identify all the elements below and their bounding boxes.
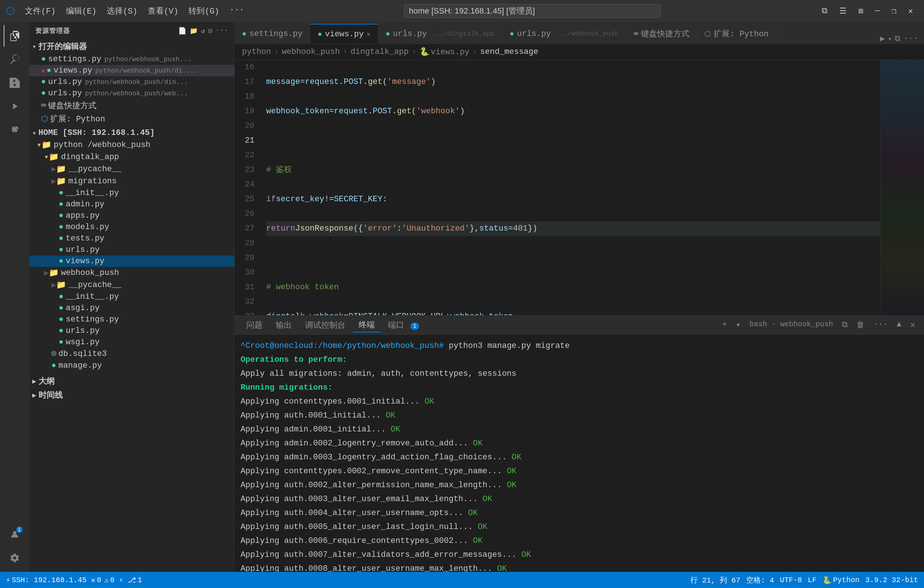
status-git[interactable]: ⎇ 1 xyxy=(128,576,142,585)
maximize-panel-icon[interactable]: ▲ xyxy=(894,319,904,331)
term-line-auth-0001: Applying auth.0001_initial... OK xyxy=(241,409,918,423)
activity-account[interactable]: 1 xyxy=(4,524,26,545)
open-editors-section[interactable]: ▾ 打开的编辑器 xyxy=(29,40,234,54)
activity-run[interactable] xyxy=(4,95,26,117)
more-icon[interactable]: ··· xyxy=(216,27,228,35)
spaces-label: 空格: 4 xyxy=(746,575,774,585)
tests-py-file[interactable]: ● tests.py xyxy=(29,233,234,244)
open-file-views[interactable]: ✕ ● views.py python/webhook_push/di... xyxy=(29,65,234,76)
breadcrumb-send-message[interactable]: send_message xyxy=(480,47,538,56)
urls-py-dingtalk-file[interactable]: ● urls.py xyxy=(29,244,234,255)
manage-py-file[interactable]: ● manage.py xyxy=(29,360,234,371)
open-file-urls-webhook[interactable]: ● urls.py python/webhook_push/web... xyxy=(29,87,234,99)
new-folder-icon[interactable]: 📁 xyxy=(190,27,198,35)
tab-ext-python[interactable]: ⬡ 扩展: Python xyxy=(697,24,776,44)
term-line-auth-0002: Applying auth.0002_alter_permission_name… xyxy=(241,478,918,492)
tab-urls-dingtalk[interactable]: ● urls.py .../dingtalk_app xyxy=(378,24,502,44)
status-spaces[interactable]: 空格: 4 xyxy=(746,575,774,585)
terminal-tab-terminal[interactable]: 终端 xyxy=(353,318,381,333)
init-py-file[interactable]: ● __init__.py xyxy=(29,187,234,199)
menu-file[interactable]: 文件(F) xyxy=(21,4,60,18)
sidebar-toggle-button[interactable]: ☰ xyxy=(834,5,852,18)
menu-select[interactable]: 选择(S) xyxy=(102,4,142,18)
status-remote[interactable]: ⚡ xyxy=(119,576,123,585)
apps-py-file[interactable]: ● apps.py xyxy=(29,210,234,221)
status-line-col[interactable]: 行 21, 列 67 xyxy=(690,575,740,585)
code-content[interactable]: message = request.POST.get('message') we… xyxy=(260,60,880,315)
migrations-folder[interactable]: ▶ 📁 migrations xyxy=(29,175,234,187)
breadcrumb-python[interactable]: python xyxy=(242,47,271,56)
wsgi-py-file[interactable]: ● wsgi.py xyxy=(29,336,234,348)
webhook-push-subfolder[interactable]: ▶ 📁 webhook_push xyxy=(29,267,234,279)
menu-more[interactable]: ··· xyxy=(225,4,249,18)
split-terminal-icon[interactable]: ⧉ xyxy=(839,319,851,331)
open-file-keyboard[interactable]: ⌨ 键盘快捷方式 xyxy=(29,99,234,112)
collapse-icon[interactable]: ⊟ xyxy=(208,27,213,35)
tab-views-close[interactable]: ✕ xyxy=(367,30,371,38)
tab-keyboard[interactable]: ⌨ 键盘快捷方式 xyxy=(626,24,697,44)
db-sqlite3-file[interactable]: ⌾ db.sqlite3 xyxy=(29,348,234,360)
views-py-file[interactable]: ● views.py xyxy=(29,255,234,267)
status-language[interactable]: 🐍 Python xyxy=(822,576,860,585)
new-file-icon[interactable]: 📄 xyxy=(178,27,186,35)
status-ssh[interactable]: ⚡ SSH: 192.168.1.45 xyxy=(6,576,87,585)
asgi-py-file[interactable]: ● asgi.py xyxy=(29,302,234,314)
status-line-ending[interactable]: LF xyxy=(808,576,817,584)
timeline-section[interactable]: ▶ 时间线 xyxy=(29,388,234,402)
dingtalk-app-folder[interactable]: ▾ 📁 dingtalk_app xyxy=(29,151,234,163)
breadcrumb-webhook-push[interactable]: webhook_push xyxy=(282,47,340,56)
activity-search[interactable] xyxy=(4,48,26,71)
activity-bar-bottom: 1 xyxy=(4,524,26,572)
activity-git[interactable] xyxy=(4,72,26,94)
home-section[interactable]: ▾ HOME [SSH: 192.168.1.45] xyxy=(29,127,234,139)
open-file-settings[interactable]: ● settings.py python/webhook_push... xyxy=(29,54,234,65)
urls-py-webhook-file[interactable]: ● urls.py xyxy=(29,325,234,336)
new-terminal-icon[interactable]: + xyxy=(719,319,730,331)
terminal-tab-debug[interactable]: 调试控制台 xyxy=(299,318,351,332)
init2-py-file[interactable]: ● __init__.py xyxy=(29,291,234,302)
tab-urls-webhook[interactable]: ● urls.py .../webhook_push xyxy=(502,24,626,44)
maximize-button[interactable]: ❐ xyxy=(887,5,902,18)
breadcrumb-views-py[interactable]: 🐍views.py xyxy=(419,47,470,57)
open-file-urls-dingtalk[interactable]: ● urls.py python/webhook_push/din... xyxy=(29,76,234,87)
layout-grid-button[interactable]: ⊞ xyxy=(853,5,868,18)
term-line-admin-0003: Applying admin.0003_logentry_add_action_… xyxy=(241,451,918,464)
layout-button[interactable]: ⧉ xyxy=(817,5,833,18)
outline-section[interactable]: ▶ 大纲 xyxy=(29,374,234,388)
menu-goto[interactable]: 转到(G) xyxy=(184,4,224,18)
open-file-ext-python[interactable]: ⬡ 扩展: Python xyxy=(29,112,234,125)
editor-more-icon[interactable]: ··· xyxy=(903,34,918,43)
tab-settings[interactable]: ● settings.py xyxy=(235,24,310,44)
close-modified-icon[interactable]: ✕ xyxy=(41,67,45,75)
pycache2-folder[interactable]: ▶ 📁 __pycache__ xyxy=(29,279,234,291)
menu-view[interactable]: 查看(V) xyxy=(144,4,183,18)
run-dropdown-icon[interactable]: ▾ xyxy=(888,35,892,43)
minimize-button[interactable]: — xyxy=(870,5,885,18)
terminal-tab-problems[interactable]: 问题 xyxy=(241,318,268,332)
terminal-more-icon[interactable]: ··· xyxy=(870,319,891,331)
kill-terminal-icon[interactable]: 🗑 xyxy=(854,319,868,331)
split-editor-icon[interactable]: ⧉ xyxy=(895,34,901,44)
terminal-tab-ports[interactable]: 端口 1 xyxy=(382,318,425,332)
close-panel-icon[interactable]: ✕ xyxy=(908,319,918,331)
terminal-dropdown-icon[interactable]: ▾ xyxy=(733,319,744,331)
menu-edit[interactable]: 编辑(E) xyxy=(62,4,101,18)
status-errors[interactable]: ✕ 0 ⚠ 0 xyxy=(91,576,114,585)
refresh-icon[interactable]: ↺ xyxy=(201,27,205,35)
activity-extensions[interactable] xyxy=(4,119,26,141)
activity-explorer[interactable] xyxy=(4,25,26,47)
close-button[interactable]: ✕ xyxy=(903,5,918,18)
terminal-tab-output[interactable]: 输出 xyxy=(270,318,298,332)
breadcrumb-dingtalk-app[interactable]: dingtalk_app xyxy=(351,47,408,56)
admin-py-file[interactable]: ● admin.py xyxy=(29,199,234,210)
activity-settings[interactable] xyxy=(4,547,26,569)
models-py-file[interactable]: ● models.py xyxy=(29,221,234,233)
python-webhook-push-folder[interactable]: ▾ 📁 python /webhook_push xyxy=(29,139,234,151)
settings-py-file[interactable]: ● settings.py xyxy=(29,314,234,325)
pycache-folder[interactable]: ▶ 📁 __pycache__ xyxy=(29,163,234,175)
status-encoding[interactable]: UTF-8 xyxy=(780,576,802,584)
run-icon[interactable]: ▶ xyxy=(880,34,885,44)
title-search-input[interactable] xyxy=(404,4,661,18)
status-python-version[interactable]: 3.9.2 32-bit xyxy=(865,576,918,584)
tab-views[interactable]: ● views.py ✕ xyxy=(310,24,378,44)
